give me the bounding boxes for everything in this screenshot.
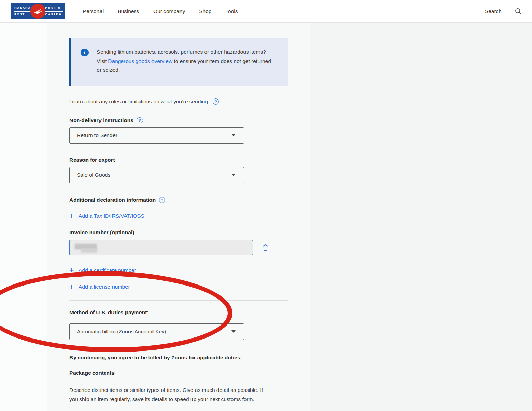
learn-rules-text: Learn about any rules or limitations on … xyxy=(69,98,209,105)
chevron-down-icon xyxy=(231,330,236,333)
zonos-agreement-text: By continuing, you agree to be billed by… xyxy=(69,355,288,361)
non-delivery-select[interactable]: Return to Sender xyxy=(69,127,244,144)
help-icon[interactable] xyxy=(137,117,143,123)
plus-icon xyxy=(69,283,74,291)
canada-post-logo[interactable]: CANADA POST POSTES CANADA xyxy=(11,3,65,19)
header: CANADA POST POSTES CANADA Personal Busin… xyxy=(0,0,532,23)
main-area: Sending lithium batteries, aerosols, per… xyxy=(0,23,532,411)
chevron-down-icon xyxy=(231,134,236,136)
add-tax-id-link[interactable]: Add a Tax ID/IRS/VAT/IOSS xyxy=(69,212,144,220)
canada-post-wing-icon xyxy=(30,4,45,19)
nav-item-our-company[interactable]: Our company xyxy=(153,8,185,14)
help-icon[interactable] xyxy=(213,98,219,105)
nav-item-tools[interactable]: Tools xyxy=(225,8,238,14)
additional-declaration-row: Additional declaration information xyxy=(69,197,288,203)
duties-label-row: Method of U.S. duties payment: xyxy=(69,309,288,316)
invoice-row xyxy=(69,240,288,255)
form-content: Sending lithium batteries, aerosols, per… xyxy=(47,23,288,404)
plus-icon xyxy=(69,267,74,274)
section-divider xyxy=(69,300,288,301)
header-right: Search xyxy=(466,0,532,22)
add-tax-id-label: Add a Tax ID/IRS/VAT/IOSS xyxy=(79,213,144,219)
search-label: Search xyxy=(485,8,502,14)
info-icon xyxy=(81,49,89,56)
plus-icon xyxy=(69,212,74,220)
form-panel: Sending lithium batteries, aerosols, per… xyxy=(47,23,310,411)
package-contents-heading: Package contents xyxy=(69,370,288,376)
nav-item-shop[interactable]: Shop xyxy=(199,8,211,14)
invoice-label: Invoice number (optional) xyxy=(69,229,134,235)
banner-text: Sending lithium batteries, aerosols, per… xyxy=(97,48,275,75)
non-delivery-label-row: Non-delivery instructions xyxy=(69,117,288,123)
delete-invoice-button[interactable] xyxy=(262,243,269,251)
nav-item-personal[interactable]: Personal xyxy=(83,8,104,14)
hazardous-info-banner: Sending lithium batteries, aerosols, per… xyxy=(69,38,288,86)
main-nav: Personal Business Our company Shop Tools xyxy=(83,8,238,14)
chevron-down-icon xyxy=(231,174,236,176)
trash-icon xyxy=(262,243,269,251)
reason-export-label-row: Reason for export xyxy=(69,157,288,163)
logo-divider xyxy=(45,11,63,12)
nav-item-business[interactable]: Business xyxy=(118,8,139,14)
additional-declaration-label: Additional declaration information xyxy=(69,197,156,203)
dangerous-goods-link[interactable]: Dangerous goods overview xyxy=(108,58,172,64)
non-delivery-value: Return to Sender xyxy=(77,132,231,138)
page: CANADA POST POSTES CANADA Personal Busin… xyxy=(0,0,532,411)
duties-payment-label: Method of U.S. duties payment: xyxy=(69,309,149,315)
invoice-label-row: Invoice number (optional) xyxy=(69,229,288,236)
package-contents-description: Describe distinct items or similar types… xyxy=(69,385,266,404)
non-delivery-label: Non-delivery instructions xyxy=(69,117,133,123)
add-license-label: Add a license number xyxy=(79,284,130,290)
logo-text-postes: POSTES xyxy=(45,5,65,11)
reason-export-label: Reason for export xyxy=(69,157,115,163)
add-license-link[interactable]: Add a license number xyxy=(69,283,130,291)
header-divider xyxy=(466,2,466,20)
redacted-value xyxy=(81,248,97,253)
search-button[interactable]: Search xyxy=(475,8,532,15)
logo-divider xyxy=(14,11,32,12)
add-certificate-link[interactable]: Add a certificate number xyxy=(69,267,136,274)
reason-export-select[interactable]: Sale of Goods xyxy=(69,167,244,183)
add-certificate-label: Add a certificate number xyxy=(79,267,136,274)
search-icon xyxy=(515,8,522,15)
right-background xyxy=(310,23,532,411)
learn-rules-row: Learn about any rules or limitations on … xyxy=(69,98,288,105)
left-margin xyxy=(0,23,47,411)
duties-payment-select[interactable]: Automatic billing (Zonos Account Key) xyxy=(69,323,244,340)
help-icon[interactable] xyxy=(159,197,165,203)
invoice-number-input[interactable] xyxy=(69,240,253,255)
logo-text-canada-fr: CANADA xyxy=(45,12,65,17)
reason-export-value: Sale of Goods xyxy=(77,172,231,178)
duties-payment-value: Automatic billing (Zonos Account Key) xyxy=(77,329,231,335)
